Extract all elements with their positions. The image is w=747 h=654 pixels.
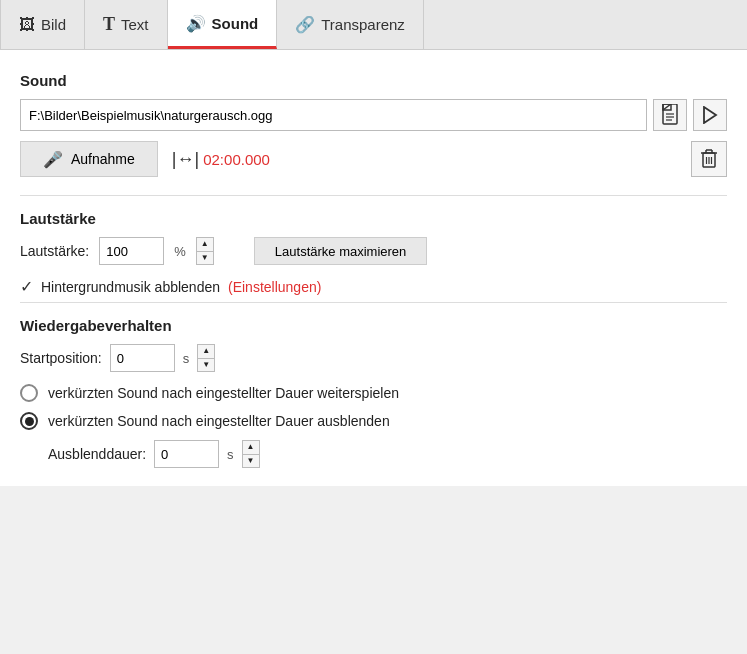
trash-icon	[700, 149, 718, 169]
fade-label: Ausblenddauer:	[48, 446, 146, 462]
maximize-volume-button[interactable]: Lautstärke maximieren	[254, 237, 428, 265]
radio-2-dot	[25, 417, 34, 426]
radio-1[interactable]	[20, 384, 38, 402]
volume-label: Lautstärke:	[20, 243, 89, 259]
tab-text-label: Text	[121, 16, 149, 33]
record-label: Aufnahme	[71, 151, 135, 167]
checkmark-icon: ✓	[20, 277, 33, 296]
volume-up-arrow[interactable]: ▲	[197, 238, 213, 252]
tab-text[interactable]: T Text	[85, 0, 168, 49]
bg-music-row: ✓ Hintergrundmusik abblenden (Einstellun…	[20, 277, 727, 296]
fade-row: Ausblenddauer: s ▲ ▼	[48, 440, 727, 468]
radio-row-1[interactable]: verkürzten Sound nach eingestellter Daue…	[20, 384, 727, 402]
start-unit: s	[183, 351, 190, 366]
file-path-input[interactable]	[20, 99, 647, 131]
playback-section-title: Wiedergabeverhalten	[20, 317, 727, 334]
tab-transparenz-label: Transparenz	[321, 16, 405, 33]
start-spinner[interactable]: ▲ ▼	[197, 344, 215, 372]
browse-button[interactable]	[653, 99, 687, 131]
tab-sound[interactable]: 🔊 Sound	[168, 0, 278, 49]
delete-button[interactable]	[691, 141, 727, 177]
divider-1	[20, 195, 727, 196]
svg-marker-6	[704, 107, 716, 123]
tab-bar: 🖼 Bild T Text 🔊 Sound 🔗 Transparenz	[0, 0, 747, 50]
playback-section: Wiedergabeverhalten Startposition: s ▲ ▼…	[20, 317, 727, 468]
record-row: 🎤 Aufnahme |↔| 02:00.000	[20, 141, 727, 177]
tab-bild[interactable]: 🖼 Bild	[0, 0, 85, 49]
play-icon	[702, 106, 718, 124]
tab-transparenz[interactable]: 🔗 Transparenz	[277, 0, 424, 49]
record-button[interactable]: 🎤 Aufnahme	[20, 141, 158, 177]
fade-duration-input[interactable]	[154, 440, 219, 468]
divider-2	[20, 302, 727, 303]
file-row	[20, 99, 727, 131]
sound-icon: 🔊	[186, 14, 206, 33]
duration-value: 02:00.000	[203, 151, 270, 168]
fade-up-arrow[interactable]: ▲	[243, 441, 259, 455]
volume-row: Lautstärke: % ▲ ▼ Lautstärke maximieren	[20, 237, 727, 265]
text-icon: T	[103, 14, 115, 35]
radio-row-2[interactable]: verkürzten Sound nach eingestellter Daue…	[20, 412, 727, 430]
transparenz-icon: 🔗	[295, 15, 315, 34]
microphone-icon: 🎤	[43, 150, 63, 169]
play-button[interactable]	[693, 99, 727, 131]
start-label: Startposition:	[20, 350, 102, 366]
volume-input[interactable]	[99, 237, 164, 265]
fade-unit: s	[227, 447, 234, 462]
bild-icon: 🖼	[19, 16, 35, 34]
duration-separator-icon: |↔|	[172, 149, 199, 170]
browse-icon	[661, 104, 679, 126]
radio-2-label: verkürzten Sound nach eingestellter Daue…	[48, 413, 390, 429]
duration-area: |↔| 02:00.000	[172, 149, 270, 170]
volume-unit: %	[174, 244, 186, 259]
sound-section-title: Sound	[20, 72, 727, 89]
start-row: Startposition: s ▲ ▼	[20, 344, 727, 372]
radio-2[interactable]	[20, 412, 38, 430]
fade-spinner[interactable]: ▲ ▼	[242, 440, 260, 468]
settings-link[interactable]: (Einstellungen)	[228, 279, 321, 295]
svg-line-2	[663, 104, 671, 110]
fade-down-arrow[interactable]: ▼	[243, 455, 259, 468]
start-position-input[interactable]	[110, 344, 175, 372]
volume-section: Lautstärke Lautstärke: % ▲ ▼ Lautstärke …	[20, 210, 727, 296]
radio-1-label: verkürzten Sound nach eingestellter Daue…	[48, 385, 399, 401]
start-down-arrow[interactable]: ▼	[198, 359, 214, 372]
content-area: Sound 🎤	[0, 50, 747, 486]
tab-bild-label: Bild	[41, 16, 66, 33]
volume-down-arrow[interactable]: ▼	[197, 252, 213, 265]
start-up-arrow[interactable]: ▲	[198, 345, 214, 359]
tab-sound-label: Sound	[212, 15, 259, 32]
volume-spinner[interactable]: ▲ ▼	[196, 237, 214, 265]
bg-music-label: Hintergrundmusik abblenden	[41, 279, 220, 295]
volume-section-title: Lautstärke	[20, 210, 727, 227]
sound-section: Sound 🎤	[20, 72, 727, 177]
